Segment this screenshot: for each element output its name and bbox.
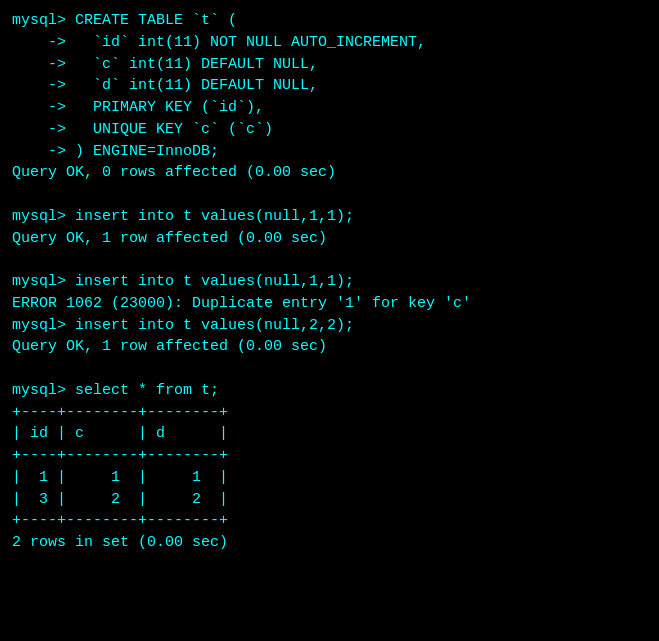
terminal-line: Query OK, 1 row affected (0.00 sec) [12,228,647,250]
terminal-line: | id | c | d | [12,423,647,445]
blank-line [12,249,647,271]
terminal-line: -> UNIQUE KEY `c` (`c`) [12,119,647,141]
terminal-line: -> `d` int(11) DEFAULT NULL, [12,75,647,97]
terminal-line: -> ) ENGINE=InnoDB; [12,141,647,163]
terminal-line: | 1 | 1 | 1 | [12,467,647,489]
terminal-line: -> `c` int(11) DEFAULT NULL, [12,54,647,76]
terminal-line: +----+--------+--------+ [12,402,647,424]
terminal-line: +----+--------+--------+ [12,445,647,467]
terminal-line: -> `id` int(11) NOT NULL AUTO_INCREMENT, [12,32,647,54]
terminal-line: | 3 | 2 | 2 | [12,489,647,511]
terminal-line: mysql> CREATE TABLE `t` ( [12,10,647,32]
blank-line [12,358,647,380]
terminal-line: mysql> insert into t values(null,2,2); [12,315,647,337]
terminal-line: mysql> insert into t values(null,1,1); [12,206,647,228]
terminal-line: Query OK, 1 row affected (0.00 sec) [12,336,647,358]
terminal-line: mysql> select * from t; [12,380,647,402]
terminal-line: Query OK, 0 rows affected (0.00 sec) [12,162,647,184]
terminal-line: 2 rows in set (0.00 sec) [12,532,647,554]
blank-line [12,184,647,206]
terminal-line: -> PRIMARY KEY (`id`), [12,97,647,119]
terminal-line: ERROR 1062 (23000): Duplicate entry '1' … [12,293,647,315]
terminal-line: +----+--------+--------+ [12,510,647,532]
terminal-line: mysql> insert into t values(null,1,1); [12,271,647,293]
terminal: mysql> CREATE TABLE `t` ( -> `id` int(11… [12,10,647,631]
